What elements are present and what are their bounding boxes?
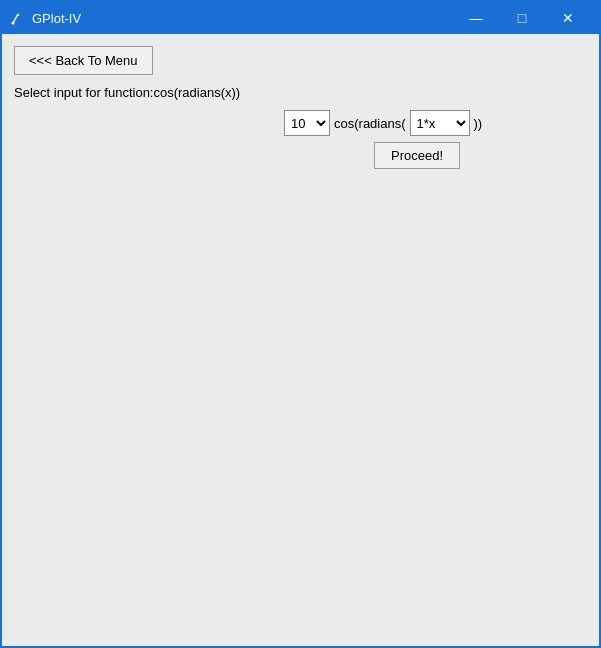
content-area: <<< Back To Menu Select input for functi… bbox=[2, 34, 599, 646]
main-window: GPlot-IV — □ ✕ <<< Back To Menu Select i… bbox=[0, 0, 601, 648]
title-bar: GPlot-IV — □ ✕ bbox=[2, 2, 599, 34]
input-row: 10 5 20 50 100 cos(radians( 1*x 2*x 0.5*… bbox=[284, 110, 587, 136]
close-button[interactable]: ✕ bbox=[545, 2, 591, 34]
multiplier-dropdown[interactable]: 1*x 2*x 0.5*x x^2 bbox=[410, 110, 470, 136]
window-controls: — □ ✕ bbox=[453, 2, 591, 34]
svg-point-2 bbox=[12, 22, 15, 25]
back-to-menu-button[interactable]: <<< Back To Menu bbox=[14, 46, 153, 75]
function-prefix-label: cos(radians( bbox=[334, 116, 406, 131]
app-icon bbox=[10, 10, 26, 26]
svg-line-0 bbox=[13, 14, 18, 23]
proceed-button[interactable]: Proceed! bbox=[374, 142, 460, 169]
proceed-row: Proceed! bbox=[374, 142, 587, 169]
number-dropdown[interactable]: 10 5 20 50 100 bbox=[284, 110, 330, 136]
svg-line-1 bbox=[18, 14, 19, 16]
minimize-button[interactable]: — bbox=[453, 2, 499, 34]
function-suffix-label: )) bbox=[474, 116, 483, 131]
window-title: GPlot-IV bbox=[32, 11, 453, 26]
instruction-label: Select input for function:cos(radians(x)… bbox=[14, 85, 587, 100]
maximize-button[interactable]: □ bbox=[499, 2, 545, 34]
